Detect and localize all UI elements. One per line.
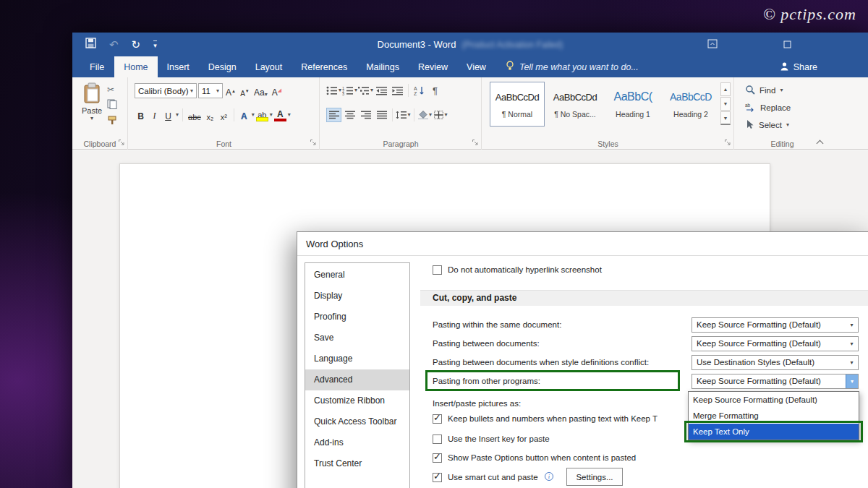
nav-item-display[interactable]: Display [305,286,409,307]
clear-formatting-button[interactable]: A◢ [271,84,283,98]
styles-scroll-up-icon[interactable]: ▲ [720,82,731,96]
nav-item-language[interactable]: Language [305,348,409,369]
nav-item-customize-ribbon[interactable]: Customize Ribbon [305,390,409,411]
tab-view[interactable]: View [457,56,495,77]
dropdown-option-merge-formatting[interactable]: Merge Formatting [689,408,859,424]
copy-icon[interactable] [107,99,117,111]
tell-me-box[interactable]: Tell me what you want to do... [506,56,639,77]
line-spacing-icon[interactable]: ▾ [396,108,411,122]
font-size-combo[interactable]: 11 ▾ [198,83,223,98]
keep-bullets-checkbox[interactable]: ✓ [433,414,442,424]
window-title: Document3 - Word (Product Activation Fai… [72,33,868,56]
share-button[interactable]: Share [774,56,823,77]
clipboard-dialog-launcher-icon[interactable] [118,139,125,147]
nav-item-quick-access-toolbar[interactable]: Quick Access Toolbar [305,411,409,432]
nav-item-save[interactable]: Save [305,328,409,348]
nav-item-advanced[interactable]: Advanced [305,369,409,390]
chevron-down-icon[interactable]: ▾ [846,318,858,332]
tab-layout[interactable]: Layout [246,56,292,77]
chevron-down-icon[interactable]: ▾ [846,356,858,369]
styles-scroll-down-icon[interactable]: ▼ [720,97,731,111]
tab-references[interactable]: References [292,56,357,77]
cut-icon[interactable]: ✂ [107,85,117,95]
replace-button[interactable]: ab Replace [735,99,830,116]
sort-icon[interactable]: AZ [412,83,427,98]
tab-design[interactable]: Design [199,56,246,77]
smart-cut-paste-checkbox[interactable]: ✓ [433,473,442,482]
minimize-button[interactable] [770,33,804,56]
tab-review[interactable]: Review [409,56,457,77]
tab-mailings[interactable]: Mailings [357,56,409,77]
multilevel-list-icon[interactable]: ▾ [358,83,373,98]
style-no-spacing[interactable]: AaBbCcDd ¶ No Spac... [548,82,603,127]
superscript-button[interactable]: x² [218,108,230,122]
shading-icon[interactable]: ▾ [417,108,433,122]
pasting-between-documents-combo[interactable]: Keep Source Formatting (Default) ▾ [692,336,859,351]
settings-button[interactable]: Settings... [566,468,623,486]
chevron-down-icon[interactable]: ▾ [846,337,858,351]
show-paragraph-marks-icon[interactable]: ¶ [427,83,443,98]
subscript-button[interactable]: x₂ [204,108,216,122]
format-painter-icon[interactable] [107,115,117,127]
text-effects-chevron-icon[interactable]: ▾ [252,112,255,118]
smart-cut-paste-label: Use smart cut and paste [448,473,538,481]
paragraph-dialog-launcher-icon[interactable] [472,139,479,147]
font-color-chevron-icon[interactable]: ▾ [288,112,291,118]
nav-item-general[interactable]: General [305,265,409,286]
highlight-color-button[interactable]: ab [256,108,268,122]
nav-item-proofing[interactable]: Proofing [305,307,409,328]
styles-dialog-launcher-icon[interactable] [724,139,731,147]
check-icon: ✓ [433,451,441,462]
ribbon-display-options[interactable] [696,33,729,56]
pasting-style-conflict-combo[interactable]: Use Destination Styles (Default) ▾ [692,355,859,370]
paste-options-checkbox[interactable]: ✓ [433,453,442,463]
hyperlink-checkbox[interactable] [433,265,442,275]
bullets-icon[interactable]: ▾ [326,83,341,98]
chevron-down-icon[interactable]: ▾ [846,374,858,388]
bold-button[interactable]: B [135,108,147,122]
align-left-icon[interactable] [326,108,341,122]
styles-group: AaBbCcDd ¶ Normal AaBbCcDd ¶ No Spac... … [482,77,734,150]
paste-button[interactable]: Paste ▾ [80,82,104,134]
increase-indent-icon[interactable] [390,83,405,98]
text-effects-button[interactable]: A [238,108,250,122]
nav-item-add-ins[interactable]: Add-ins [305,432,409,453]
decrease-indent-icon[interactable] [374,83,389,98]
style-normal[interactable]: AaBbCcDd ¶ Normal [490,82,545,127]
pasting-within-document-combo[interactable]: Keep Source Formatting (Default) ▾ [692,317,859,333]
style-heading-2[interactable]: AaBbCcD Heading 2 [663,82,718,127]
font-color-button[interactable]: A [274,108,286,122]
dropdown-option-keep-source[interactable]: Keep Source Formatting (Default) [689,392,859,408]
align-right-icon[interactable] [358,108,373,122]
strikethrough-button[interactable]: abc [187,108,203,122]
insert-key-checkbox[interactable] [433,435,442,444]
find-button[interactable]: Find ▾ [735,82,830,99]
style-heading-1[interactable]: AaBbC( Heading 1 [605,82,660,127]
dropdown-option-keep-text-only[interactable]: Keep Text Only [689,424,859,440]
underline-chevron-icon[interactable]: ▾ [176,112,179,118]
font-size-value: 11 [202,87,210,95]
underline-button[interactable]: U [162,108,174,122]
nav-item-trust-center[interactable]: Trust Center [305,453,409,474]
svg-text:3: 3 [342,92,344,95]
tab-home[interactable]: Home [114,56,157,77]
select-button[interactable]: Select ▾ [735,116,830,134]
borders-icon[interactable]: ▾ [433,108,448,122]
grow-font-button[interactable]: A▲ [224,84,237,98]
align-center-icon[interactable] [342,108,357,122]
font-family-combo[interactable]: Calibri (Body) ▾ [135,83,197,98]
change-case-button[interactable]: Aa▾ [252,84,269,98]
styles-gallery-more-icon[interactable]: ▼ [720,111,731,125]
info-icon[interactable]: i [545,472,553,481]
shrink-font-button[interactable]: A▼ [239,84,251,98]
highlight-chevron-icon[interactable]: ▾ [270,112,273,118]
tab-insert[interactable]: Insert [158,56,199,77]
italic-button[interactable]: I [148,108,161,122]
justify-icon[interactable] [374,108,389,122]
font-dialog-launcher-icon[interactable] [310,139,317,147]
pasting-from-other-programs-combo[interactable]: Keep Source Formatting (Default) ▾ [692,374,859,389]
combo-value: Keep Source Formatting (Default) [697,337,843,351]
numbering-icon[interactable]: 123▾ [342,83,357,98]
tab-file[interactable]: File [80,56,114,77]
collapse-ribbon-icon[interactable] [817,139,823,145]
